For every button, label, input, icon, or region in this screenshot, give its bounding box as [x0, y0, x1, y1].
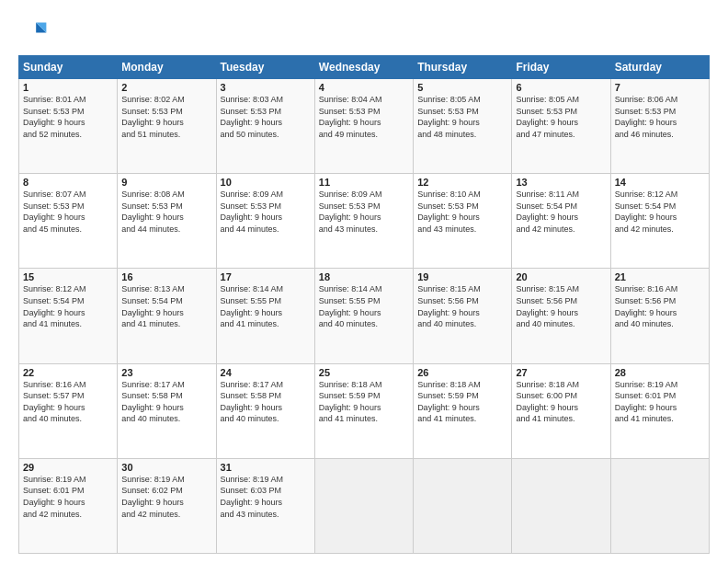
- calendar-cell: 5 Sunrise: 8:05 AMSunset: 5:53 PMDayligh…: [414, 79, 512, 174]
- calendar-cell: 14 Sunrise: 8:12 AMSunset: 5:54 PMDaylig…: [610, 174, 709, 269]
- day-info: Sunrise: 8:19 AMSunset: 6:01 PMDaylight:…: [23, 474, 113, 520]
- calendar-cell: 21 Sunrise: 8:16 AMSunset: 5:56 PMDaylig…: [610, 269, 709, 363]
- calendar-table: SundayMondayTuesdayWednesdayThursdayFrid…: [18, 55, 710, 554]
- calendar-cell: 15 Sunrise: 8:12 AMSunset: 5:54 PMDaylig…: [19, 269, 118, 363]
- day-info: Sunrise: 8:18 AMSunset: 5:59 PMDaylight:…: [319, 379, 409, 425]
- calendar-cell: 4 Sunrise: 8:04 AMSunset: 5:53 PMDayligh…: [314, 79, 413, 174]
- day-info: Sunrise: 8:09 AMSunset: 5:53 PMDaylight:…: [221, 189, 311, 235]
- day-number: 23: [121, 367, 211, 378]
- calendar-week-5: 29 Sunrise: 8:19 AMSunset: 6:01 PMDaylig…: [19, 458, 710, 553]
- calendar-cell: 23 Sunrise: 8:17 AMSunset: 5:58 PMDaylig…: [118, 363, 216, 458]
- calendar-cell: 19 Sunrise: 8:15 AMSunset: 5:56 PMDaylig…: [414, 269, 512, 363]
- calendar-cell: [414, 458, 512, 553]
- day-number: 26: [417, 367, 507, 378]
- logo-icon: [18, 17, 48, 46]
- calendar-cell: 16 Sunrise: 8:13 AMSunset: 5:54 PMDaylig…: [118, 269, 216, 363]
- day-info: Sunrise: 8:03 AMSunset: 5:53 PMDaylight:…: [221, 94, 311, 140]
- calendar-week-3: 15 Sunrise: 8:12 AMSunset: 5:54 PMDaylig…: [19, 269, 710, 363]
- day-number: 4: [319, 82, 409, 93]
- day-number: 11: [319, 177, 409, 188]
- day-info: Sunrise: 8:14 AMSunset: 5:55 PMDaylight:…: [319, 283, 409, 329]
- calendar-cell: 29 Sunrise: 8:19 AMSunset: 6:01 PMDaylig…: [19, 458, 118, 553]
- calendar-cell: 26 Sunrise: 8:18 AMSunset: 5:59 PMDaylig…: [414, 363, 512, 458]
- calendar-cell: 17 Sunrise: 8:14 AMSunset: 5:55 PMDaylig…: [216, 269, 314, 363]
- day-number: 12: [417, 177, 507, 188]
- day-info: Sunrise: 8:08 AMSunset: 5:53 PMDaylight:…: [121, 189, 211, 235]
- day-info: Sunrise: 8:06 AMSunset: 5:53 PMDaylight:…: [615, 94, 705, 140]
- day-info: Sunrise: 8:01 AMSunset: 5:53 PMDaylight:…: [23, 94, 113, 140]
- day-header-tuesday: Tuesday: [216, 56, 314, 79]
- calendar-cell: [610, 458, 709, 553]
- calendar-cell: 30 Sunrise: 8:19 AMSunset: 6:02 PMDaylig…: [118, 458, 216, 553]
- day-info: Sunrise: 8:11 AMSunset: 5:54 PMDaylight:…: [516, 189, 606, 235]
- day-info: Sunrise: 8:15 AMSunset: 5:56 PMDaylight:…: [417, 283, 507, 329]
- day-number: 27: [516, 367, 606, 378]
- calendar-week-1: 1 Sunrise: 8:01 AMSunset: 5:53 PMDayligh…: [19, 79, 710, 174]
- calendar-header-row: SundayMondayTuesdayWednesdayThursdayFrid…: [19, 56, 710, 79]
- page: SundayMondayTuesdayWednesdayThursdayFrid…: [0, 0, 728, 563]
- day-number: 29: [23, 462, 113, 473]
- calendar-cell: 10 Sunrise: 8:09 AMSunset: 5:53 PMDaylig…: [216, 174, 314, 269]
- day-number: 31: [221, 462, 311, 473]
- calendar-cell: 2 Sunrise: 8:02 AMSunset: 5:53 PMDayligh…: [118, 79, 216, 174]
- calendar-cell: 25 Sunrise: 8:18 AMSunset: 5:59 PMDaylig…: [314, 363, 413, 458]
- calendar-week-4: 22 Sunrise: 8:16 AMSunset: 5:57 PMDaylig…: [19, 363, 710, 458]
- calendar-cell: 7 Sunrise: 8:06 AMSunset: 5:53 PMDayligh…: [610, 79, 709, 174]
- calendar-cell: 1 Sunrise: 8:01 AMSunset: 5:53 PMDayligh…: [19, 79, 118, 174]
- day-info: Sunrise: 8:19 AMSunset: 6:01 PMDaylight:…: [615, 379, 705, 425]
- day-info: Sunrise: 8:05 AMSunset: 5:53 PMDaylight:…: [417, 94, 507, 140]
- day-info: Sunrise: 8:09 AMSunset: 5:53 PMDaylight:…: [319, 189, 409, 235]
- day-number: 28: [615, 367, 705, 378]
- calendar-cell: 20 Sunrise: 8:15 AMSunset: 5:56 PMDaylig…: [512, 269, 610, 363]
- day-header-monday: Monday: [118, 56, 216, 79]
- calendar-cell: [314, 458, 413, 553]
- day-number: 20: [516, 271, 606, 282]
- day-number: 10: [221, 177, 311, 188]
- day-info: Sunrise: 8:12 AMSunset: 5:54 PMDaylight:…: [615, 189, 705, 235]
- day-number: 25: [319, 367, 409, 378]
- day-info: Sunrise: 8:05 AMSunset: 5:53 PMDaylight:…: [516, 94, 606, 140]
- calendar-cell: [512, 458, 610, 553]
- day-info: Sunrise: 8:04 AMSunset: 5:53 PMDaylight:…: [319, 94, 409, 140]
- calendar-cell: 22 Sunrise: 8:16 AMSunset: 5:57 PMDaylig…: [19, 363, 118, 458]
- day-number: 8: [23, 177, 113, 188]
- day-number: 15: [23, 271, 113, 282]
- day-number: 22: [23, 367, 113, 378]
- logo: [18, 17, 51, 46]
- calendar-cell: 11 Sunrise: 8:09 AMSunset: 5:53 PMDaylig…: [314, 174, 413, 269]
- calendar-cell: 8 Sunrise: 8:07 AMSunset: 5:53 PMDayligh…: [19, 174, 118, 269]
- day-info: Sunrise: 8:15 AMSunset: 5:56 PMDaylight:…: [516, 283, 606, 329]
- day-number: 6: [516, 82, 606, 93]
- day-info: Sunrise: 8:13 AMSunset: 5:54 PMDaylight:…: [121, 283, 211, 329]
- calendar-cell: 18 Sunrise: 8:14 AMSunset: 5:55 PMDaylig…: [314, 269, 413, 363]
- day-header-sunday: Sunday: [19, 56, 118, 79]
- day-info: Sunrise: 8:17 AMSunset: 5:58 PMDaylight:…: [121, 379, 211, 425]
- day-info: Sunrise: 8:18 AMSunset: 5:59 PMDaylight:…: [417, 379, 507, 425]
- day-info: Sunrise: 8:16 AMSunset: 5:57 PMDaylight:…: [23, 379, 113, 425]
- day-number: 21: [615, 271, 705, 282]
- day-info: Sunrise: 8:19 AMSunset: 6:03 PMDaylight:…: [221, 474, 311, 520]
- calendar-cell: 3 Sunrise: 8:03 AMSunset: 5:53 PMDayligh…: [216, 79, 314, 174]
- header: [18, 17, 710, 46]
- day-info: Sunrise: 8:10 AMSunset: 5:53 PMDaylight:…: [417, 189, 507, 235]
- day-number: 1: [23, 82, 113, 93]
- day-info: Sunrise: 8:02 AMSunset: 5:53 PMDaylight:…: [121, 94, 211, 140]
- day-header-wednesday: Wednesday: [314, 56, 413, 79]
- calendar-cell: 13 Sunrise: 8:11 AMSunset: 5:54 PMDaylig…: [512, 174, 610, 269]
- calendar-cell: 24 Sunrise: 8:17 AMSunset: 5:58 PMDaylig…: [216, 363, 314, 458]
- day-info: Sunrise: 8:14 AMSunset: 5:55 PMDaylight:…: [221, 283, 311, 329]
- day-header-saturday: Saturday: [610, 56, 709, 79]
- calendar-cell: 6 Sunrise: 8:05 AMSunset: 5:53 PMDayligh…: [512, 79, 610, 174]
- calendar-cell: 9 Sunrise: 8:08 AMSunset: 5:53 PMDayligh…: [118, 174, 216, 269]
- day-info: Sunrise: 8:17 AMSunset: 5:58 PMDaylight:…: [221, 379, 311, 425]
- day-header-friday: Friday: [512, 56, 610, 79]
- calendar-cell: 28 Sunrise: 8:19 AMSunset: 6:01 PMDaylig…: [610, 363, 709, 458]
- calendar-week-2: 8 Sunrise: 8:07 AMSunset: 5:53 PMDayligh…: [19, 174, 710, 269]
- day-info: Sunrise: 8:16 AMSunset: 5:56 PMDaylight:…: [615, 283, 705, 329]
- day-header-thursday: Thursday: [414, 56, 512, 79]
- day-number: 13: [516, 177, 606, 188]
- day-number: 30: [121, 462, 211, 473]
- day-number: 17: [221, 271, 311, 282]
- day-info: Sunrise: 8:12 AMSunset: 5:54 PMDaylight:…: [23, 283, 113, 329]
- calendar-cell: 31 Sunrise: 8:19 AMSunset: 6:03 PMDaylig…: [216, 458, 314, 553]
